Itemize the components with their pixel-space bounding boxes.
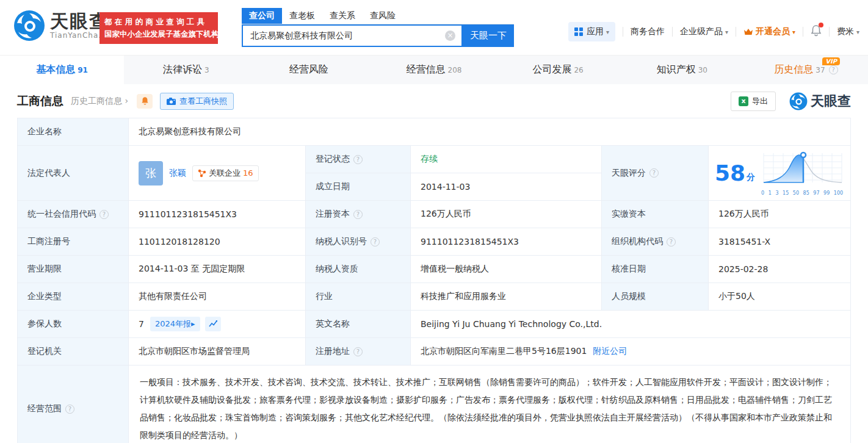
- caret-down-icon: ▾: [725, 29, 728, 35]
- industry-label: 行业: [306, 283, 411, 310]
- table-row: 登记机关 北京市朝阳区市场监督管理局 注册地址 ? 北京市朝阳区向军南里二巷甲5…: [18, 338, 850, 366]
- insured-count-cell: 7 2024年报▸: [129, 311, 306, 337]
- score-label: 天眼评分 ?: [602, 146, 709, 200]
- tianyancha-watermark: 天眼查: [789, 92, 851, 110]
- approval-date-value: 2025-02-28: [709, 256, 852, 283]
- notification-dot: [819, 23, 823, 27]
- caret-down-icon: ▾: [792, 29, 795, 35]
- search-tab-relation[interactable]: 查关系: [322, 8, 363, 24]
- taxpayer-id-label: 纳税人识别号 ?: [306, 228, 411, 255]
- excel-icon: x: [739, 96, 748, 106]
- tab-history-info[interactable]: VIP 历史信息 37 ?: [744, 56, 868, 84]
- table-row: 企业名称 北京易聚创意科技有限公司: [18, 118, 850, 146]
- logo-swirl-icon: [13, 10, 45, 41]
- related-companies-badge[interactable]: 关联企业 16: [192, 165, 259, 181]
- help-icon[interactable]: ?: [649, 168, 659, 178]
- reg-status-label: 登记状态 ?: [306, 146, 411, 173]
- reg-address-label: 注册地址 ?: [306, 338, 411, 365]
- search-tab-company[interactable]: 查公司: [242, 8, 282, 24]
- crown-icon: [743, 27, 753, 36]
- page-header: 天眼查 TianYanCha.com 都 在 用 的 商 业 查 询 工 具 国…: [0, 0, 868, 55]
- approval-date-label: 核准日期: [602, 256, 709, 283]
- company-type-label: 企业类型: [18, 283, 129, 310]
- nearby-companies-link[interactable]: 附近公司: [593, 346, 627, 357]
- help-icon[interactable]: ?: [99, 210, 109, 219]
- reg-number-label: 工商注册号: [18, 228, 129, 255]
- english-name-value: Beijing Yi Ju Chuang Yi Technology Co.,L…: [411, 311, 850, 337]
- reg-authority-label: 登记机关: [18, 338, 129, 365]
- caret-down-icon: ▾: [856, 29, 859, 35]
- tab-legal-proceedings[interactable]: 法律诉讼 3: [124, 56, 248, 84]
- help-icon[interactable]: ?: [829, 65, 838, 74]
- reg-capital-value: 126万人民币: [411, 201, 602, 228]
- taxpayer-quality-label: 纳税人资质: [306, 256, 411, 283]
- camera-icon: [167, 98, 176, 105]
- company-name-label: 企业名称: [18, 118, 129, 145]
- main-tabbar: 基本信息 91 法律诉讼 3 经营风险 经营信息 208 公司发展 26 知识产…: [0, 55, 868, 84]
- establish-date-label: 成立日期: [306, 173, 411, 200]
- establish-date-value: 2014-11-03: [411, 173, 601, 200]
- search-tab-boss[interactable]: 查老板: [282, 8, 322, 24]
- tab-basic-info[interactable]: 基本信息 91: [0, 56, 124, 84]
- nav-vip-membership[interactable]: 开通会员 ▾: [743, 26, 795, 37]
- company-name-value: 北京易聚创意科技有限公司: [129, 118, 850, 145]
- insured-count-label: 参保人数: [18, 311, 129, 337]
- industry-value: 科技推广和应用服务业: [411, 283, 602, 310]
- view-business-snapshot-button[interactable]: 查看工商快照: [160, 93, 234, 110]
- business-info-table: 企业名称 北京易聚创意科技有限公司 法定代表人 张 张颖 关联企业 16 登记状…: [17, 118, 851, 443]
- nav-cooperation[interactable]: 商务合作: [631, 26, 665, 37]
- caret-right-icon: ▸: [191, 319, 195, 328]
- help-icon[interactable]: ?: [371, 237, 380, 247]
- help-icon[interactable]: ?: [353, 347, 363, 356]
- credit-code-value: 9111011231815451X3: [129, 201, 306, 228]
- legal-rep-name-link[interactable]: 张颖: [169, 168, 186, 179]
- reg-status-value: 存续: [411, 146, 601, 173]
- reg-address-cell: 北京市朝阳区向军南里二巷甲5号16层1901 附近公司: [411, 338, 850, 365]
- tab-intellectual-property[interactable]: 知识产权 30: [620, 56, 744, 84]
- legal-rep-avatar[interactable]: 张: [139, 161, 163, 185]
- table-row: 法定代表人 张 张颖 关联企业 16 登记状态 ? 存续: [18, 146, 850, 201]
- org-code-label: 组织机构代码 ?: [602, 228, 709, 255]
- paid-capital-value: 126万人民币: [709, 201, 852, 228]
- history-business-info-link[interactable]: 历史工商信息 ›: [71, 96, 128, 107]
- business-term-label: 营业期限: [18, 256, 129, 283]
- help-icon[interactable]: ?: [65, 405, 74, 414]
- business-scope-value: 一般项目：技术服务、技术开发、技术咨询、技术交流、技术转让、技术推广；互联网销售…: [129, 366, 850, 443]
- monitor-bell-icon[interactable]: [137, 94, 153, 109]
- reg-address-value: 北京市朝阳区向军南里二巷甲5号16层1901: [421, 346, 587, 357]
- tab-operating-risk[interactable]: 经营风险: [248, 56, 372, 84]
- table-row: 经营范围 ? 一般项目：技术服务、技术开发、技术咨询、技术交流、技术转让、技术推…: [18, 366, 850, 443]
- logo-swirl-icon: [789, 92, 808, 110]
- annual-report-badge[interactable]: 2024年报▸: [150, 317, 200, 331]
- score-curve-chart: 01 315 5085 9799 100: [760, 151, 844, 196]
- tab-company-development[interactable]: 公司发展 26: [496, 56, 620, 84]
- search-input[interactable]: [243, 31, 461, 41]
- apps-label: 应用: [587, 26, 604, 37]
- reg-number-value: 110112018128120: [129, 228, 306, 255]
- notification-bell-icon[interactable]: [811, 25, 822, 38]
- table-row: 营业期限 2014-11-03 至 无固定期限 纳税人资质 增值税一般纳税人 核…: [18, 256, 850, 283]
- help-icon[interactable]: ?: [353, 210, 363, 219]
- score-marker: [801, 153, 806, 157]
- section-title: 工商信息: [17, 93, 63, 109]
- score-axis-ticks: 01 315 5085 9799 100: [760, 190, 844, 196]
- help-icon[interactable]: ?: [667, 237, 676, 247]
- username: 费米: [837, 26, 854, 37]
- tab-operating-info[interactable]: 经营信息 208: [372, 56, 496, 84]
- help-icon[interactable]: ?: [353, 155, 363, 164]
- table-row: 参保人数 7 2024年报▸ 英文名称 Beijing Yi Ju Chuang…: [18, 311, 850, 338]
- apps-menu[interactable]: 应用 ▾: [568, 22, 615, 41]
- user-menu[interactable]: 费米 ▾: [837, 26, 859, 37]
- nav-enterprise-products[interactable]: 企业级产品 ▾: [680, 26, 728, 37]
- chevron-right-icon: ›: [125, 96, 128, 106]
- search-tab-risk[interactable]: 查风险: [363, 8, 403, 24]
- search-button[interactable]: 天眼一下: [463, 24, 514, 47]
- export-button[interactable]: x 导出: [731, 92, 776, 111]
- related-network-icon: [198, 169, 206, 178]
- section-header: 工商信息 历史工商信息 › 查看工商快照 x 导出: [0, 84, 868, 118]
- paid-capital-label: 实缴资本: [602, 201, 709, 228]
- slogan-badge: 都 在 用 的 商 业 查 询 工 具 国家中小企业发展子基金旗下机构: [99, 12, 218, 44]
- clear-search-icon[interactable]: ×: [445, 31, 455, 41]
- company-type-value: 其他有限责任公司: [129, 283, 306, 310]
- trend-chart-icon[interactable]: [205, 317, 221, 331]
